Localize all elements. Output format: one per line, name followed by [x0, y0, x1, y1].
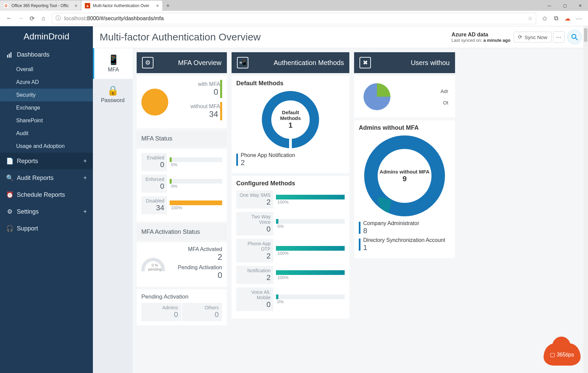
more-icon[interactable]: ⋯: [573, 13, 585, 24]
browser-tab-strip: O Office 365 Reporting Tool - Offic × a …: [0, 0, 588, 11]
tab-title: Multi-factor Authentication Over: [93, 3, 154, 8]
url-host: localhost: [64, 15, 85, 22]
url-bar[interactable]: ⓘ localhost:8000/#/security/dashboards/m…: [52, 13, 536, 24]
browser-toolbar: ← → ⟳ ⌂ ⓘ localhost:8000/#/security/dash…: [0, 11, 588, 26]
window-controls: — ▢ ✕: [542, 1, 588, 11]
url-path: :8000/#/security/dashboards/mfa: [85, 15, 164, 22]
office-icon: O: [3, 3, 9, 8]
refresh-button[interactable]: ⟳: [26, 13, 38, 24]
browser-tab[interactable]: O Office 365 Reporting Tool - Offic ×: [0, 1, 81, 11]
back-button[interactable]: ←: [3, 13, 15, 24]
forward-button[interactable]: →: [15, 13, 26, 24]
favorites-icon[interactable]: ✩: [539, 13, 550, 24]
close-window-button[interactable]: ✕: [573, 1, 588, 11]
home-button[interactable]: ⌂: [38, 13, 49, 24]
info-icon: ⓘ: [56, 15, 61, 22]
browser-tab-active[interactable]: a Multi-factor Authentication Over ×: [81, 1, 162, 11]
minimize-button[interactable]: —: [542, 1, 557, 11]
admindroid-icon: a: [85, 3, 90, 8]
close-icon[interactable]: ×: [156, 3, 159, 8]
favorite-icon[interactable]: ☆: [528, 15, 532, 22]
maximize-button[interactable]: ▢: [557, 1, 573, 11]
close-icon[interactable]: ×: [75, 3, 77, 8]
extension-icon[interactable]: ☁: [562, 13, 573, 24]
tab-title: Office 365 Reporting Tool - Offic: [11, 3, 73, 8]
collections-icon[interactable]: ⧉: [550, 13, 562, 24]
new-tab-button[interactable]: +: [163, 1, 173, 11]
